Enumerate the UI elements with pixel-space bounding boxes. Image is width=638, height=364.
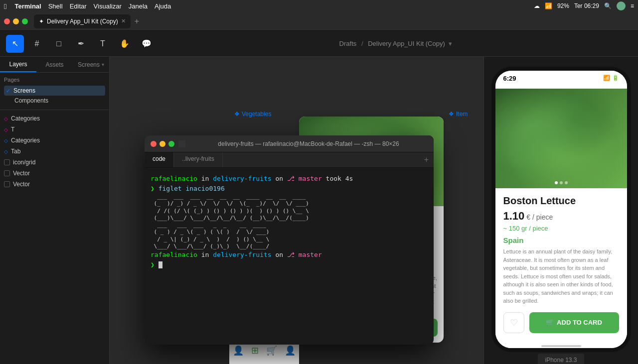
frame-tool[interactable]: # xyxy=(28,35,46,53)
terminal-tabs: code ..livery-fruits + xyxy=(145,152,434,168)
phone-price-row: 1.10 € / piece xyxy=(503,210,619,223)
terminal-figlet-output: ___ ___ ___ __ __ __ ____ __ __ ____ (_ … xyxy=(151,193,428,250)
terminal-user-1: rafaelinacio xyxy=(151,175,197,182)
phone-time: 6:29 xyxy=(503,75,516,82)
iphone-label: iPhone 13.3 xyxy=(538,354,584,364)
menubar-editar[interactable]: Editar xyxy=(70,2,87,10)
close-button[interactable] xyxy=(4,18,10,24)
vector3-label: Vector xyxy=(13,181,30,188)
vector2-label: Vector xyxy=(13,170,30,177)
file-title[interactable]: Delivery App_UI Kit (Copy) xyxy=(368,40,445,47)
terminal-cmd-1: ❯ figlet inacio0196 xyxy=(151,184,428,194)
nav-cart-icon[interactable]: 🛒 xyxy=(266,345,277,356)
terminal-close[interactable] xyxy=(151,141,157,147)
nav-user-icon[interactable]: 👤 xyxy=(285,345,296,356)
terminal-window[interactable]: delivery-fruits — rafaelinacio@MacBook-d… xyxy=(145,135,434,345)
shape-tool[interactable]: □ xyxy=(50,35,68,53)
menubar-terminal[interactable]: Terminal xyxy=(14,2,41,10)
sidebar-item-vector1[interactable]: icon/grid xyxy=(0,157,109,168)
tab-assets[interactable]: Assets xyxy=(36,57,73,72)
terminal-dir-1: delivery-fruits xyxy=(213,175,271,182)
menubar-items: Terminal Shell Editar Visualizar Janela … xyxy=(14,2,171,10)
terminal-tab-add[interactable]: + xyxy=(419,152,434,167)
phone-product-content: Boston Lettuce 1.10 € / piece ~ 150 gr /… xyxy=(495,188,627,340)
terminal-tab-livery[interactable]: ..livery-fruits xyxy=(174,152,223,167)
page-components-label: Components xyxy=(14,97,48,104)
canvas-area[interactable]: ❖ Vegetables ❖ Item Boston Lettuc xyxy=(110,57,483,364)
dropdown-icon[interactable]: ▾ xyxy=(449,40,452,47)
sidebar-item-t[interactable]: ◇ T xyxy=(0,124,109,135)
terminal-dir-2: delivery-fruits xyxy=(213,251,271,258)
cursor-tool[interactable]: ↖ xyxy=(6,35,24,53)
sidebar: Layers Assets Screens ▾ Pages ✓ Screens … xyxy=(0,57,110,364)
nav-grid-icon[interactable]: ⊞ xyxy=(251,345,259,356)
item-text: Item xyxy=(456,111,468,118)
minimize-button[interactable] xyxy=(13,18,19,24)
terminal-titlebar: delivery-fruits — rafaelinacio@MacBook-d… xyxy=(145,135,434,152)
active-tab[interactable]: ✦ Delivery App_UI Kit (Copy) ✕ xyxy=(34,14,131,28)
phone-panel: 6:29 📶 🔋 Bosto xyxy=(483,57,638,364)
sidebar-item-icon-grid[interactable]: ◇ Tab xyxy=(0,146,109,157)
apple-menu[interactable]:  xyxy=(4,2,6,10)
phone-dot-1 xyxy=(555,181,558,184)
phone-lettuce-visual xyxy=(495,89,627,188)
text-tool[interactable]: T xyxy=(94,35,112,53)
phone-origin: Spain xyxy=(503,236,619,244)
comment-tool[interactable]: 💬 xyxy=(138,35,156,53)
page-components[interactable]: Components xyxy=(4,96,105,106)
time-display: Ter 06:29 xyxy=(574,2,599,9)
phone-add-label: ADD TO CARD xyxy=(557,319,602,326)
phone-frame: 6:29 📶 🔋 Bosto xyxy=(491,67,631,352)
page-check-icon: ✓ xyxy=(6,88,10,94)
user-avatar[interactable] xyxy=(617,1,626,10)
terminal-minimize[interactable] xyxy=(160,141,165,147)
categories-label: Categories xyxy=(11,115,40,122)
menubar-shell[interactable]: Shell xyxy=(48,2,63,10)
tab-close-button[interactable]: ✕ xyxy=(121,18,126,24)
phone-add-to-card-button[interactable]: 🛒 ADD TO CARD xyxy=(529,312,619,333)
hand-tool[interactable]: ✋ xyxy=(116,35,134,53)
menubar-ajuda[interactable]: Ajuda xyxy=(155,2,171,10)
drafts-label[interactable]: Drafts xyxy=(339,40,357,47)
tab-bar: ✦ Delivery App_UI Kit (Copy) ✕ + xyxy=(0,12,638,31)
screens-tab[interactable]: Screens ▾ xyxy=(73,57,109,72)
phone-weight: ~ 150 gr / piece xyxy=(503,225,619,232)
vector1-checkbox[interactable] xyxy=(4,159,10,165)
icon-grid-icon: ◇ xyxy=(4,149,8,154)
home-indicator xyxy=(541,345,581,347)
creative-cloud-icon: ☁ xyxy=(534,2,540,9)
maximize-button[interactable] xyxy=(22,18,28,24)
new-tab-button[interactable]: + xyxy=(135,17,139,26)
menubar-janela[interactable]: Janela xyxy=(129,2,148,10)
iphone-label-container: iPhone 13.3 xyxy=(538,355,584,364)
home-indicator-area xyxy=(495,340,627,352)
sidebar-item-categories[interactable]: ◇ Categories xyxy=(0,113,109,124)
search-icon[interactable]: 🔍 xyxy=(604,2,612,9)
phone-heart-button[interactable]: ♡ xyxy=(503,312,524,333)
terminal-body: rafaelinacio in delivery-fruits on ⎇ mas… xyxy=(145,168,434,343)
tab-icon: ◇ xyxy=(4,138,8,143)
phone-price-unit: € / piece xyxy=(526,213,553,221)
vector3-checkbox[interactable] xyxy=(4,181,10,187)
terminal-tab-code[interactable]: code xyxy=(145,152,174,167)
sidebar-item-vector3[interactable]: Vector xyxy=(0,179,109,190)
icon-grid-label: Tab xyxy=(11,148,20,155)
battery-indicator: 92% xyxy=(557,2,569,9)
phone-description: Lettuce is an annual plant of the daisy … xyxy=(503,247,619,305)
terminal-line-1: rafaelinacio in delivery-fruits on ⎇ mas… xyxy=(151,174,428,184)
tab-layers[interactable]: Layers xyxy=(0,57,36,72)
phone-price-value: 1.10 xyxy=(503,210,525,223)
terminal-maximize[interactable] xyxy=(168,141,174,147)
page-screens[interactable]: ✓ Screens xyxy=(4,86,105,96)
phone-product-name: Boston Lettuce xyxy=(503,195,619,207)
sidebar-item-vector2[interactable]: Vector xyxy=(0,168,109,179)
phone-image-dots xyxy=(555,181,568,184)
sidebar-item-tab[interactable]: ◇ Categories xyxy=(0,135,109,146)
menubar:  Terminal Shell Editar Visualizar Janel… xyxy=(0,0,638,12)
menu-icon[interactable]: ≡ xyxy=(631,2,634,9)
vector2-checkbox[interactable] xyxy=(4,170,10,176)
pen-tool[interactable]: ✒ xyxy=(72,35,90,53)
menubar-visualizar[interactable]: Visualizar xyxy=(94,2,122,10)
nav-profile-icon[interactable]: 👤 xyxy=(233,345,244,356)
vegetables-text: Vegetables xyxy=(242,111,271,118)
